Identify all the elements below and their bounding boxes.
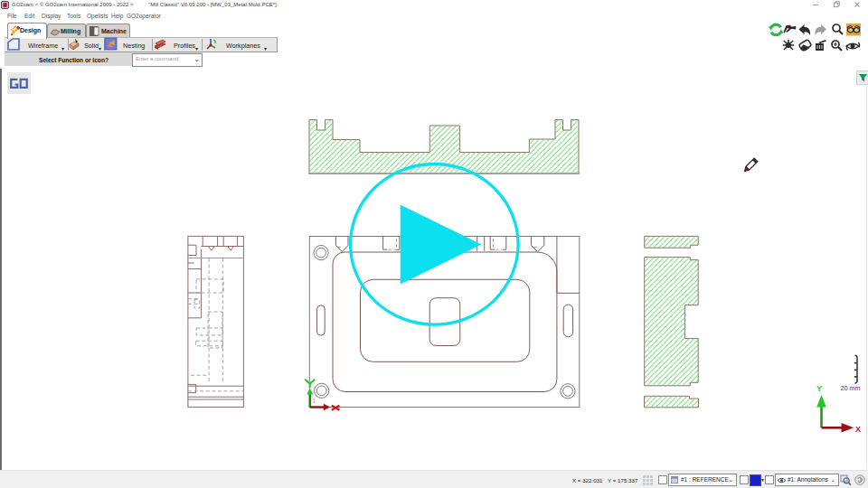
svg-text:Y: Y: [816, 384, 822, 393]
svg-text:1: 1: [313, 398, 316, 404]
svg-text:X: X: [855, 425, 861, 434]
svg-text:20 mm: 20 mm: [841, 384, 861, 392]
